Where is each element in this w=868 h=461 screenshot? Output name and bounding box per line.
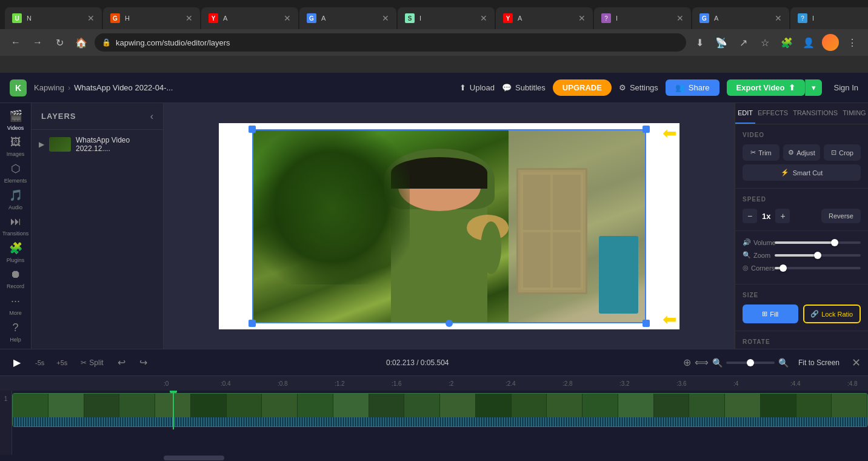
tab-youtube1[interactable]: Y A ✕ — [201, 7, 298, 29]
fit-left-icon[interactable]: ⊕ — [683, 357, 691, 368]
extensions-icon[interactable]: 🧩 — [778, 34, 795, 51]
layers-collapse-button[interactable]: ‹ — [150, 111, 153, 122]
cast-icon[interactable]: 📡 — [713, 34, 730, 51]
forward-button[interactable]: → — [29, 34, 46, 51]
zoom-thumb-timeline[interactable] — [747, 359, 754, 366]
scrollbar-thumb[interactable] — [164, 456, 224, 460]
sidebar-item-elements[interactable]: ⬡ Elements — [2, 161, 29, 185]
export-video-button[interactable]: Export Video ⬆ — [727, 79, 805, 96]
playhead[interactable] — [173, 391, 174, 429]
share-button[interactable]: 👥 Share — [666, 79, 719, 96]
handle-top-left[interactable] — [249, 126, 256, 133]
video-container[interactable]: ⬅ ⬅ — [252, 129, 646, 323]
speed-increase-button[interactable]: + — [775, 209, 790, 223]
reverse-button[interactable]: Reverse — [821, 209, 861, 223]
profile-icon[interactable]: 👤 — [800, 34, 817, 51]
volume-thumb[interactable] — [831, 239, 838, 246]
crop-button[interactable]: ⊡ Crop — [824, 144, 861, 161]
tab-close-yt1[interactable]: ✕ — [284, 13, 291, 23]
tab-close-i1[interactable]: ✕ — [676, 13, 684, 23]
address-bar[interactable]: 🔒 kapwing.com/studio/editor/layers — [95, 33, 686, 52]
tab-upwork[interactable]: U N ✕ — [5, 7, 102, 29]
home-button[interactable]: 🏠 — [73, 34, 90, 51]
tab-youtube2[interactable]: Y A ✕ — [496, 7, 593, 29]
tab-label-yt2: A — [518, 15, 522, 22]
track-area[interactable] — [12, 391, 868, 455]
tab-close-yt2[interactable]: ✕ — [578, 13, 586, 23]
tab-close-g1[interactable]: ✕ — [382, 13, 389, 23]
upgrade-button[interactable]: UPGRADE — [553, 79, 612, 96]
horizontal-scrollbar[interactable] — [0, 455, 868, 461]
handle-bottom-right[interactable] — [643, 320, 650, 327]
profile-avatar[interactable] — [822, 34, 839, 51]
zoom-slider[interactable] — [775, 254, 861, 257]
signin-button[interactable]: Sign In — [834, 83, 858, 92]
trim-button[interactable]: ✂ Trim — [743, 144, 780, 161]
sidebar-item-plugins[interactable]: 🧩 Plugins — [2, 240, 29, 264]
sidebar-item-more[interactable]: ··· More — [2, 294, 29, 318]
track-clip-1[interactable] — [12, 393, 868, 427]
tab-close-g2[interactable]: ✕ — [775, 13, 782, 23]
tab-close-sl[interactable]: ✕ — [480, 13, 487, 23]
nav-bar: ← → ↻ 🏠 🔒 kapwing.com/studio/editor/laye… — [0, 29, 868, 56]
zoom-thumb[interactable] — [814, 252, 821, 259]
download-icon[interactable]: ⬇ — [691, 34, 708, 51]
sidebar-item-transitions[interactable]: ⏭ Transitions — [2, 214, 29, 238]
skip-back-button[interactable]: -5s — [32, 357, 48, 369]
sidebar-item-audio[interactable]: 🎵 Audio — [2, 187, 29, 212]
sidebar-item-images[interactable]: 🖼 Images — [2, 135, 29, 159]
tab-icon2[interactable]: ? I ✕ — [790, 7, 868, 29]
skip-forward-button[interactable]: +5s — [53, 357, 71, 369]
bookmark-icon[interactable]: ☆ — [756, 34, 773, 51]
tab-close-upwork[interactable]: ✕ — [87, 13, 95, 23]
lock-ratio-button[interactable]: 🔗 Lock Ratio — [803, 305, 861, 323]
zoom-slider-timeline[interactable] — [726, 362, 775, 364]
brand-name[interactable]: Kapwing — [34, 83, 64, 92]
tab-streamlabs[interactable]: S I ✕ — [398, 7, 495, 29]
sidebar-item-videos[interactable]: 🎬 Videos — [2, 108, 29, 132]
refresh-button[interactable]: ↻ — [51, 34, 68, 51]
timeline-close-button[interactable]: ✕ — [852, 356, 861, 369]
ruler-mark-32: :3.2 — [619, 380, 676, 387]
zoom-fill — [775, 254, 818, 257]
volume-slider[interactable] — [775, 241, 861, 244]
subtitles-button[interactable]: 💬 Subtitles — [502, 83, 546, 92]
adjust-button[interactable]: ⚙ Adjust — [783, 144, 820, 161]
handle-bottom-center[interactable] — [446, 320, 453, 327]
expand-icon[interactable]: ⟺ — [695, 357, 709, 368]
tab-close-grammarly[interactable]: ✕ — [185, 13, 193, 23]
handle-top-right[interactable] — [643, 126, 650, 133]
play-button[interactable]: ▶ — [7, 353, 27, 372]
menu-icon[interactable]: ⋮ — [844, 34, 861, 51]
sidebar-item-help[interactable]: ? Help — [2, 320, 29, 344]
handle-bottom-left[interactable] — [249, 320, 256, 327]
corners-thumb[interactable] — [780, 264, 787, 272]
tab-effects[interactable]: EFFECTS — [755, 103, 790, 124]
corners-slider[interactable] — [775, 267, 861, 269]
tab-transitions[interactable]: TRANSITIONS — [790, 103, 840, 124]
tab-google1[interactable]: G A ✕ — [299, 7, 396, 29]
fit-screen-button[interactable]: Fit to Screen — [793, 356, 844, 369]
back-button[interactable]: ← — [7, 34, 24, 51]
fill-button[interactable]: ⊞ Fill — [743, 305, 798, 323]
layer-item[interactable]: ▶ WhatsApp Video 2022.12.... — [32, 130, 163, 159]
zoom-out-button[interactable]: 🔍 — [712, 358, 723, 368]
tab-grammarly[interactable]: G H ✕ — [103, 7, 200, 29]
tab-timing[interactable]: TIMING — [840, 103, 868, 124]
speed-decrease-button[interactable]: − — [743, 209, 757, 223]
canvas-area[interactable]: ⬅ ⬅ — [164, 103, 735, 349]
smart-cut-button[interactable]: ⚡ Smart Cut — [743, 164, 861, 181]
split-button[interactable]: ✂ Split — [76, 356, 108, 369]
settings-button[interactable]: ⚙ Settings — [619, 83, 658, 92]
share-nav-icon[interactable]: ↗ — [735, 34, 752, 51]
undo-button[interactable]: ↩ — [113, 354, 130, 371]
upload-button[interactable]: ⬆ Upload — [459, 83, 495, 92]
tab-icon1[interactable]: ? I ✕ — [594, 7, 691, 29]
zoom-row: 🔍 Zoom — [743, 251, 861, 259]
tab-google2[interactable]: G A ✕ — [692, 7, 789, 29]
sidebar-item-record[interactable]: ⏺ Record — [2, 267, 29, 291]
tab-edit[interactable]: EDIT — [735, 103, 755, 124]
export-dropdown-button[interactable]: ▾ — [805, 79, 822, 96]
zoom-in-button[interactable]: 🔍 — [778, 358, 789, 368]
redo-button[interactable]: ↪ — [135, 354, 152, 371]
